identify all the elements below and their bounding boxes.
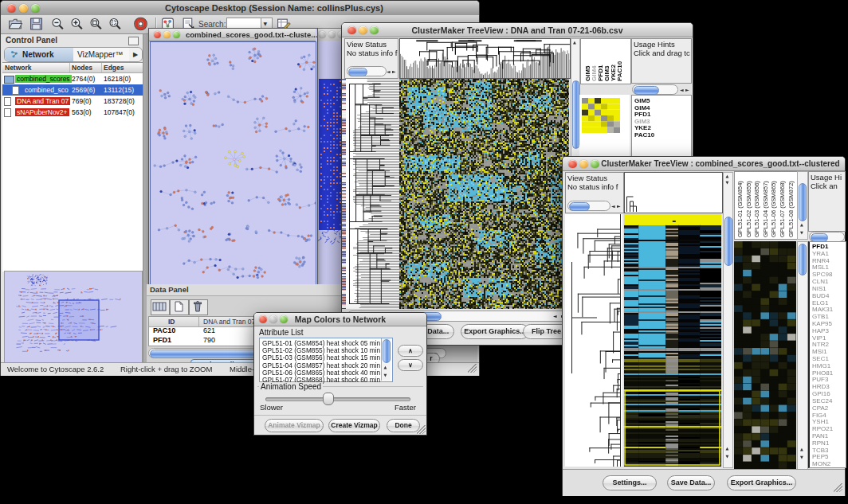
treeview-resize-grip[interactable] (834, 483, 842, 492)
attribute-list-label: Attribute List (259, 328, 304, 337)
minimize-button[interactable] (19, 4, 28, 13)
zoom-in-icon[interactable] (69, 17, 84, 31)
treeview-button[interactable]: Export Graphics... (461, 324, 529, 339)
gene-label: HAP3 (812, 327, 833, 334)
column-dendrogram[interactable] (399, 38, 571, 79)
network-name[interactable]: combined_scores (15, 75, 72, 83)
gene-label: HMG1 (812, 362, 833, 369)
table-icon-button[interactable] (151, 299, 170, 315)
column-dendrogram[interactable] (624, 172, 723, 213)
rotated-array-label: GPL51-08 (GSM872) (787, 181, 795, 237)
gene-label: TCB3 (812, 447, 833, 454)
close-button[interactable] (7, 4, 16, 13)
attribute-listbox[interactable]: GPL51-01 (GSM854) heat shock 05 minGPL51… (259, 338, 393, 382)
network-window-1-title: combined_scores_good.txt--cluste... (186, 30, 317, 39)
network-nodes: 2569(6) (72, 86, 95, 94)
attribute-item[interactable]: GPL51-01 (GSM854) heat shock 05 min (262, 339, 380, 346)
dialog-titlebar[interactable]: Map Colors to Network (254, 313, 426, 326)
row-dendrogram[interactable] (342, 79, 399, 309)
gene-label: VIP1 (812, 334, 833, 342)
close-button[interactable] (259, 315, 267, 323)
network-edges: 16218(0) (104, 75, 131, 83)
attribute-item[interactable]: GPL51-06 (GSM865) heat shock 40 min (262, 369, 380, 376)
done-button[interactable]: Done (387, 419, 420, 432)
network-nodes: 769(0) (72, 97, 92, 105)
zoom-selected-icon[interactable] (108, 17, 123, 31)
gene-label: PEP5 (812, 453, 833, 460)
network-name[interactable]: sNAPuberNov2+ (15, 108, 69, 116)
network-name[interactable]: combined_sco (23, 86, 70, 94)
network-name[interactable]: DNA and Tran 07 (15, 97, 70, 105)
row-dendrogram[interactable] (565, 214, 622, 467)
close-button[interactable] (347, 26, 356, 35)
listbox-vscrollbar[interactable]: ▲▼ (381, 338, 391, 381)
save-icon[interactable] (29, 17, 44, 31)
delete-attribute-button[interactable] (189, 299, 208, 315)
id-column-header[interactable]: ID (168, 318, 175, 326)
network-edges: 13112(15) (104, 86, 134, 94)
tab-overflow-button[interactable]: ▶ (129, 48, 142, 61)
gene-label: YSH1 (812, 418, 833, 425)
network-row[interactable]: combined_sco2569(6)13112(15) (2, 84, 143, 96)
zoom-out-icon[interactable] (50, 17, 65, 31)
network-list-header[interactable]: Network Nodes Edges (2, 63, 143, 73)
speed-slider-track[interactable] (265, 397, 410, 401)
gene-label: KAP95 (812, 320, 833, 327)
attribute-item[interactable]: GPL51-02 (GSM855) heat shock 10 min (262, 346, 380, 354)
minimize-button[interactable] (269, 315, 277, 323)
row-value: 621 (203, 326, 215, 334)
view-status-scrollbar[interactable] (347, 66, 387, 76)
close-button[interactable] (568, 160, 577, 169)
zoom-button[interactable] (280, 315, 288, 323)
network-view-canvas[interactable] (150, 41, 316, 286)
view-status-scrollbar[interactable] (567, 201, 610, 211)
dialog-title: Map Colors to Network (295, 315, 386, 324)
minimize-button[interactable] (359, 26, 367, 35)
tab-vizmapper[interactable]: VizMapper™ (73, 48, 130, 61)
animate-vizmap-button[interactable]: Animate Vizmap (265, 419, 324, 432)
control-panel: Control Panel Network VizMapper™ ▶ Netwo… (2, 34, 143, 362)
usage-hints-scrollbar[interactable] (632, 84, 678, 95)
new-attribute-button[interactable] (170, 299, 189, 315)
heatmap-main[interactable] (399, 79, 569, 309)
help-lifering-icon[interactable] (132, 16, 149, 32)
network-row[interactable]: DNA and Tran 07769(0)183728(0) (2, 96, 143, 107)
heatmap-main[interactable] (624, 214, 721, 467)
gene-label: PHO81 (812, 369, 833, 377)
gene-label: BUD4 (812, 292, 833, 299)
main-resize-grip[interactable] (468, 364, 477, 373)
open-file-icon[interactable] (8, 17, 23, 31)
speed-slider-thumb[interactable] (323, 393, 334, 405)
attribute-item[interactable]: GPL51-04 (GSM857) heat shock 20 min (262, 361, 380, 369)
dialog-resize-grip[interactable] (417, 425, 426, 434)
rotated-gene-label: PAC10 (616, 61, 623, 81)
zoom-button[interactable] (31, 4, 40, 13)
zoom-fit-icon[interactable] (88, 17, 104, 31)
minimize-button[interactable] (579, 160, 588, 169)
gene-label: NIS1 (812, 285, 833, 292)
main-vscrollbar[interactable]: ▲▼ ▲▼ (723, 172, 733, 468)
treeview-dna-titlebar[interactable]: ClusterMaker TreeView : DNA and Tran 07-… (342, 23, 693, 37)
create-vizmap-button[interactable]: Create Vizmap (328, 419, 380, 432)
correlation-mini-heatmap[interactable] (582, 98, 620, 133)
move-up-button[interactable]: ∧ (398, 345, 423, 357)
array-vscrollbar[interactable]: ▲▼ (797, 171, 808, 240)
heatmap-global-view[interactable] (734, 241, 796, 469)
float-panel-icon[interactable] (128, 37, 139, 45)
attribute-item[interactable]: GPL51-03 (GSM856) heat shock 15 min (262, 354, 380, 361)
network-row[interactable]: sNAPuberNov2+563(0)107847(0) (2, 107, 143, 118)
treeview-button[interactable]: Export Graphics... (727, 475, 796, 490)
global-vscrollbar[interactable]: ▲▼ (797, 241, 808, 471)
treeview-button[interactable]: Save Data... (667, 475, 715, 490)
tab-network[interactable]: Network (5, 48, 74, 61)
network-row[interactable]: combined_scores2764(0)16218(0) (2, 73, 143, 84)
gene-label: MSI1 (812, 348, 833, 355)
treeview-button[interactable]: Settings... (603, 475, 657, 490)
move-down-button[interactable]: ∨ (398, 359, 423, 371)
cytoscape-titlebar[interactable]: Cytoscape Desktop (Session Name: collins… (1, 1, 479, 16)
network-overview[interactable] (4, 271, 143, 364)
gene-list-panel: PFD1YRA1RNR4MSL1SPC98CLN1NIS1BUD4ELG1MAK… (808, 241, 846, 468)
zoom-button[interactable] (370, 26, 379, 35)
network-window-1-titlebar[interactable]: combined_scores_good.txt--cluste... (149, 29, 316, 41)
treeview-combined-titlebar[interactable]: ClusterMaker TreeView : combined_scores_… (563, 157, 845, 171)
